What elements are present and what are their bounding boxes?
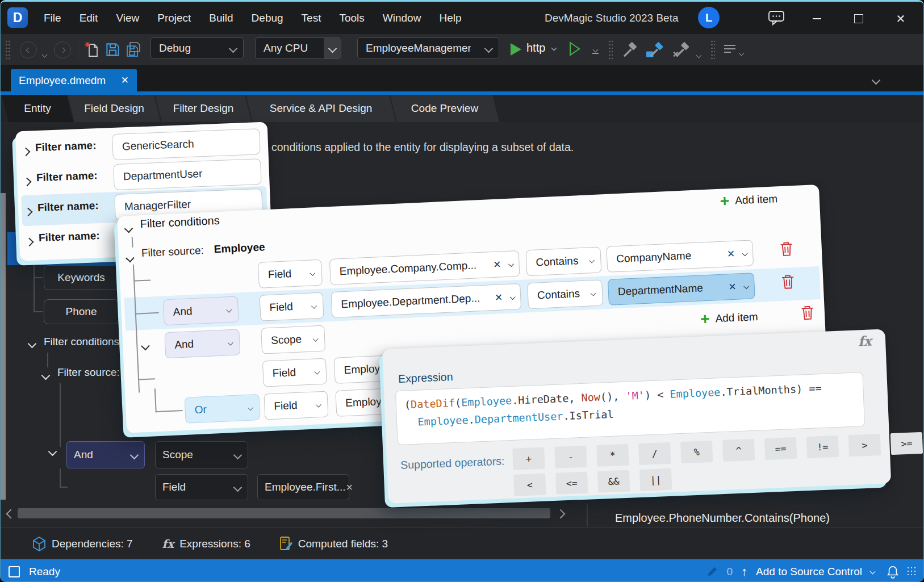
tab-service-api-design[interactable]: Service & API Design — [246, 95, 396, 122]
op-or[interactable]: || — [639, 468, 672, 491]
filter-2-expand-icon[interactable] — [24, 177, 31, 187]
clear-icon[interactable]: ✕ — [726, 280, 739, 293]
build-button[interactable] — [621, 41, 639, 61]
cancel-build-button[interactable] — [672, 41, 691, 61]
new-file-button[interactable] — [85, 41, 99, 60]
row1-kind-dropdown[interactable]: Field — [258, 259, 323, 288]
run-button[interactable] — [511, 43, 521, 56]
row3-logic-dropdown[interactable]: And — [164, 329, 240, 358]
filter-2-name-input[interactable] — [113, 158, 262, 190]
op-greater-equals[interactable]: >= — [890, 432, 923, 455]
filter-source-collapse-icon[interactable] — [43, 371, 49, 381]
filter-3-expand-icon[interactable] — [25, 207, 32, 217]
op-and[interactable]: && — [597, 470, 630, 493]
source-collapse-icon[interactable] — [127, 253, 133, 263]
platform-dropdown[interactable]: Any CPU — [255, 37, 341, 59]
menu-edit[interactable]: Edit — [70, 12, 107, 24]
resize-grip[interactable] — [908, 567, 917, 576]
navigate-back-button[interactable] — [20, 41, 37, 58]
op-equals[interactable]: == — [764, 437, 797, 460]
computed-fields-badge[interactable]: Computed fields: 3 — [280, 537, 388, 551]
minimize-button[interactable] — [809, 11, 824, 26]
field-picker-bg[interactable]: Employee.First...✕ — [257, 474, 349, 500]
filter-conditions-collapse-icon[interactable] — [29, 339, 35, 349]
filter-1-name-input[interactable] — [112, 128, 261, 160]
build-solution-button[interactable] — [645, 41, 665, 61]
conditions-collapse-icon[interactable] — [126, 224, 132, 234]
row2-delete-button[interactable] — [781, 274, 795, 290]
op-multiply[interactable]: * — [596, 444, 629, 467]
startup-project-dropdown[interactable]: EmployeeManagement — [357, 37, 499, 59]
toolbar-separator-dots[interactable] — [608, 40, 613, 60]
menu-build[interactable]: Build — [200, 12, 242, 24]
tab-list-dropdown[interactable] — [873, 76, 879, 86]
navigate-forward-button[interactable] — [54, 41, 71, 58]
tab-code-preview[interactable]: Code Preview — [390, 95, 499, 122]
left-edge-scrollbar[interactable] — [1, 193, 6, 500]
build-options-dropdown[interactable] — [697, 49, 701, 60]
chevron-down-icon[interactable] — [743, 283, 749, 289]
save-all-button[interactable] — [126, 42, 143, 60]
user-avatar[interactable]: L — [698, 7, 720, 28]
row2-logic-dropdown[interactable]: And — [163, 296, 239, 326]
tab-employee-dmedm[interactable]: Employee.dmedm ✕ — [11, 69, 137, 91]
op-power[interactable]: ^ — [722, 439, 755, 462]
scope-dropdown-bg[interactable]: Scope — [155, 441, 248, 468]
run-options-dropdown[interactable] — [592, 48, 599, 54]
source-control-dropdown-icon[interactable] — [870, 569, 876, 575]
row5-logic-dropdown[interactable]: Or — [185, 394, 261, 424]
row1-field-combo[interactable]: Employee.Company.Comp... ✕ — [329, 250, 520, 285]
dependencies-badge[interactable]: Dependencies: 7 — [32, 537, 133, 551]
op-divide[interactable]: / — [638, 442, 671, 465]
run-profile-dropdown[interactable]: http — [526, 41, 556, 55]
group-collapse-icon[interactable] — [142, 341, 149, 351]
chevron-down-icon[interactable] — [742, 250, 748, 256]
solution-config-dropdown[interactable]: Debug — [150, 37, 244, 59]
menu-tools[interactable]: Tools — [330, 12, 373, 24]
keywords-field-chip[interactable]: Keywords — [44, 265, 119, 290]
toolbar-overflow-button[interactable] — [723, 44, 743, 55]
notifications-bell-icon[interactable] — [887, 565, 899, 579]
close-button[interactable]: ✕ — [893, 11, 908, 26]
clear-icon[interactable]: ✕ — [724, 248, 737, 260]
chevron-down-icon[interactable] — [510, 294, 516, 300]
add-item-button[interactable]: +Add item — [720, 191, 778, 210]
tab-entity[interactable]: Entity — [2, 95, 73, 122]
scroll-right-button[interactable] — [557, 509, 564, 520]
menu-debug[interactable]: Debug — [243, 12, 292, 24]
tab-field-design[interactable]: Field Design — [68, 95, 161, 122]
expressions-badge[interactable]: fx Expressions: 6 — [162, 537, 250, 551]
maximize-button[interactable] — [851, 11, 866, 26]
menu-project[interactable]: Project — [148, 12, 200, 24]
filter-1-expand-icon[interactable] — [23, 147, 30, 157]
add-item-button-2[interactable]: +Add item — [700, 309, 759, 328]
menu-window[interactable]: Window — [374, 12, 430, 24]
clear-icon[interactable]: ✕ — [492, 291, 505, 304]
back-history-dropdown[interactable] — [43, 49, 47, 59]
pending-changes-count[interactable]: 0 — [726, 566, 733, 578]
pending-changes-pencil-icon[interactable] — [706, 566, 718, 577]
op-less[interactable]: < — [513, 474, 546, 496]
op-not-equals[interactable]: != — [806, 436, 839, 458]
save-button[interactable] — [105, 42, 120, 60]
row2-operator-dropdown[interactable]: Contains — [527, 279, 603, 309]
push-up-arrow-icon[interactable]: ↑ — [741, 564, 747, 579]
expression-code[interactable]: (DateDif(Employee.HireDate, Now(), 'M') … — [395, 372, 865, 445]
op-greater[interactable]: > — [848, 434, 881, 457]
row1-operator-dropdown[interactable]: Contains — [525, 246, 601, 276]
menu-file[interactable]: File — [35, 12, 70, 24]
row3-delete-button[interactable] — [801, 305, 814, 321]
feedback-icon[interactable] — [768, 10, 785, 28]
menu-help[interactable]: Help — [430, 12, 470, 24]
op-modulo[interactable]: % — [680, 441, 713, 463]
horizontal-scrollbar-thumb[interactable] — [18, 508, 550, 518]
field-kind-dropdown-bg[interactable]: Field — [155, 474, 248, 500]
logic-operator-dropdown-bg[interactable]: And — [66, 441, 145, 468]
row1-value-combo[interactable]: CompanyName ✕ — [606, 240, 754, 273]
row4-kind-dropdown[interactable]: Field — [262, 358, 327, 387]
clear-icon[interactable]: ✕ — [491, 258, 504, 271]
scroll-left-button[interactable] — [7, 509, 14, 520]
toolbar-separator-dots-2[interactable] — [710, 40, 715, 60]
toolbar-grip-handle[interactable] — [5, 40, 11, 60]
menu-test[interactable]: Test — [292, 12, 331, 24]
